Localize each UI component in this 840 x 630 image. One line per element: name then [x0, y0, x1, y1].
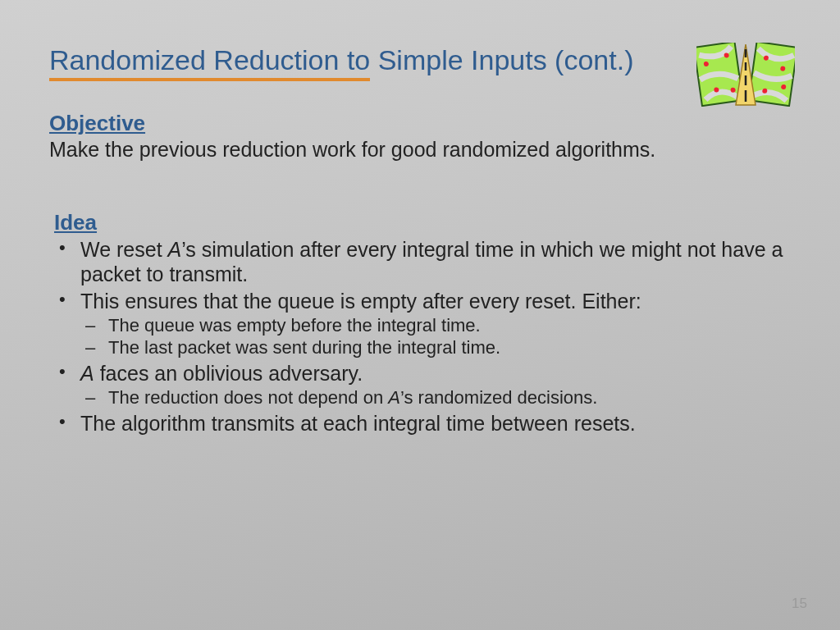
- sub-list: The queue was empty before the integral …: [80, 315, 791, 359]
- objective-body: Make the previous reduction work for goo…: [49, 138, 791, 162]
- roads-clipart-icon: [696, 43, 795, 107]
- objective-heading: Objective: [49, 111, 791, 136]
- idea-heading: Idea: [54, 210, 791, 235]
- list-item: The last packet was sent during the inte…: [105, 337, 791, 359]
- slide-title: Randomized Reduction to Simple Inputs (c…: [49, 44, 633, 81]
- list-item: A faces an oblivious adversary. The redu…: [77, 361, 791, 409]
- title-row: Randomized Reduction to Simple Inputs (c…: [49, 44, 791, 81]
- title-rest: Simple Inputs (cont.): [370, 44, 633, 75]
- slide: Randomized Reduction to Simple Inputs (c…: [0, 0, 840, 630]
- sub-list: The reduction does not depend on A’s ran…: [80, 387, 791, 409]
- list-item: This ensures that the queue is empty aft…: [77, 289, 791, 359]
- idea-list: We reset A’s simulation after every inte…: [54, 237, 791, 436]
- title-first-part: Randomized Reduction to: [49, 44, 370, 81]
- list-item: The queue was empty before the integral …: [105, 315, 791, 337]
- page-number: 15: [792, 596, 807, 612]
- list-item: We reset A’s simulation after every inte…: [77, 237, 791, 287]
- list-item: The algorithm transmits at each integral…: [77, 411, 791, 436]
- idea-section: Idea We reset A’s simulation after every…: [49, 210, 791, 436]
- list-item: The reduction does not depend on A’s ran…: [105, 387, 791, 409]
